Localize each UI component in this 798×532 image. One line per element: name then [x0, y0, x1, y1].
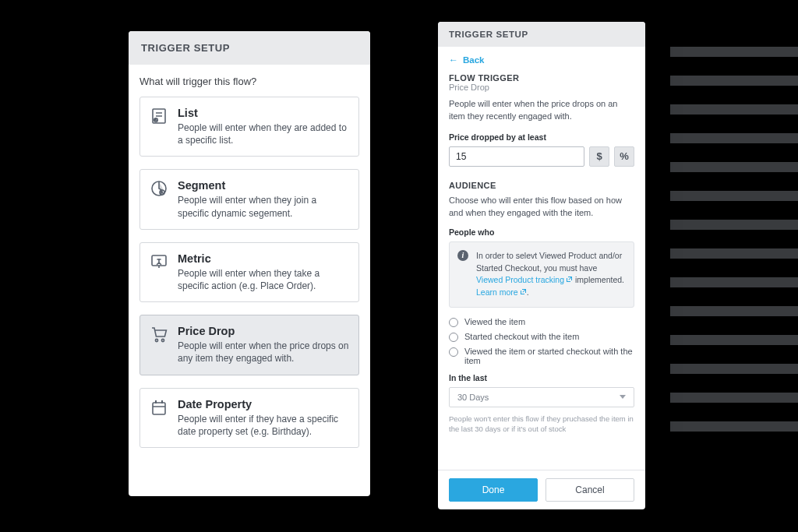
svg-point-11 — [161, 340, 164, 342]
price-drop-input[interactable] — [449, 146, 584, 167]
radio-icon — [449, 318, 458, 327]
trigger-prompt: What will trigger this flow? — [139, 76, 359, 87]
external-link-icon — [566, 276, 573, 283]
flow-trigger-desc: People will enter when the price drops o… — [449, 98, 634, 123]
notice-text: . — [527, 287, 529, 297]
radio-label: Started checkout with the item — [464, 332, 579, 341]
entry-fineprint: People won't enter this flow if they pru… — [449, 414, 634, 435]
option-desc: People will enter when they take a speci… — [178, 267, 349, 292]
radio-icon — [449, 333, 458, 342]
option-desc: People will enter when the price drops o… — [178, 340, 349, 365]
arrow-left-icon: ← — [449, 55, 458, 65]
people-who-label: People who — [449, 227, 634, 237]
option-title: Price Drop — [178, 325, 349, 337]
radio-icon — [449, 347, 458, 357]
metric-icon — [150, 252, 168, 271]
option-desc: People will enter when they join a speci… — [178, 194, 349, 219]
option-title: List — [178, 107, 349, 119]
trigger-option-date-property[interactable]: Date PropertyPeople will enter if they h… — [139, 388, 359, 448]
option-title: Date Property — [178, 398, 349, 410]
back-button[interactable]: ← Back — [449, 55, 634, 65]
option-title: Segment — [178, 179, 349, 192]
trigger-option-list[interactable]: ListPeople will enter when they are adde… — [139, 97, 359, 157]
flow-trigger-heading: FLOW TRIGGER — [449, 73, 634, 83]
option-desc: People will enter if they have a specifi… — [178, 413, 349, 438]
audience-radio-option[interactable]: Viewed the item — [449, 317, 634, 327]
in-the-last-select[interactable]: 30 Days — [449, 387, 634, 407]
price-field-label: Price dropped by at least — [449, 132, 634, 142]
svg-point-7 — [161, 192, 163, 193]
external-link-icon — [520, 288, 527, 295]
svg-point-10 — [155, 340, 157, 342]
background-stripes — [670, 47, 798, 450]
trigger-option-metric[interactable]: MetricPeople will enter when they take a… — [139, 242, 359, 302]
list-icon — [150, 107, 168, 125]
flow-trigger-name: Price Drop — [449, 83, 634, 92]
viewed-product-tracking-link[interactable]: Viewed Product tracking — [476, 275, 573, 284]
trigger-config-panel: TRIGGER SETUP ← Back FLOW TRIGGER Price … — [438, 22, 645, 509]
option-desc: People will enter when they are added to… — [178, 122, 349, 146]
radio-label: Viewed the item or started checkout with… — [464, 347, 634, 365]
radio-label: Viewed the item — [464, 317, 525, 326]
notice-text: In order to selevt Viewed Product and/or… — [476, 251, 622, 273]
panel-header: TRIGGER SETUP — [438, 22, 645, 47]
back-label: Back — [463, 55, 485, 65]
audience-radio-option[interactable]: Viewed the item or started checkout with… — [449, 347, 634, 365]
audience-radio-option[interactable]: Started checkout with the item — [449, 332, 634, 342]
audience-desc: Choose who will enter this flow based on… — [449, 195, 634, 220]
date-prop-icon — [150, 398, 168, 417]
svg-rect-12 — [153, 403, 165, 414]
price-drop-icon — [150, 325, 168, 344]
audience-heading: AUDIENCE — [449, 181, 634, 190]
done-button[interactable]: Done — [449, 478, 538, 502]
notice-text: implemented. — [573, 275, 624, 284]
chevron-down-icon — [620, 395, 626, 399]
trigger-option-price-drop[interactable]: Price DropPeople will enter when the pri… — [139, 315, 359, 375]
option-title: Metric — [178, 252, 349, 265]
tracking-notice: i In order to selevt Viewed Product and/… — [449, 241, 634, 308]
info-icon: i — [457, 250, 468, 261]
learn-more-link[interactable]: Learn more — [476, 287, 527, 297]
cancel-button[interactable]: Cancel — [546, 478, 634, 502]
unit-percent-button[interactable]: % — [614, 146, 634, 167]
unit-dollar-button[interactable]: $ — [589, 146, 609, 167]
segment-icon — [150, 179, 168, 198]
trigger-option-segment[interactable]: SegmentPeople will enter when they join … — [139, 169, 359, 229]
panel-footer: Done Cancel — [438, 470, 645, 509]
select-value: 30 Days — [457, 393, 489, 402]
in-the-last-label: In the last — [449, 373, 634, 382]
panel-header: TRIGGER SETUP — [129, 31, 370, 65]
trigger-options-panel: TRIGGER SETUP What will trigger this flo… — [129, 31, 370, 496]
